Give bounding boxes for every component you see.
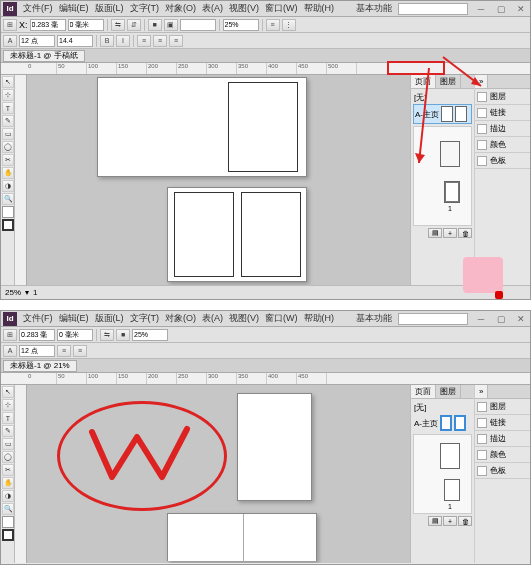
close-icon[interactable]: ✕ <box>514 313 528 325</box>
menu-object[interactable]: 对象(O) <box>165 2 196 15</box>
menu-edit[interactable]: 编辑(E) <box>59 312 89 325</box>
flip-v-icon[interactable]: ⇵ <box>127 19 141 31</box>
master-none-row[interactable]: [无] <box>413 91 472 104</box>
leading[interactable] <box>57 35 93 47</box>
x-input[interactable] <box>19 329 55 341</box>
menu-table[interactable]: 表(A) <box>202 2 223 15</box>
menu-layout[interactable]: 版面(L) <box>95 2 124 15</box>
layers-tab[interactable]: 图层 <box>436 75 461 88</box>
workspace-label[interactable]: 基本功能 <box>356 312 392 325</box>
links-collapsed[interactable]: 链接 <box>475 105 530 121</box>
menu-edit[interactable]: 编辑(E) <box>59 2 89 15</box>
page-thumb-1[interactable] <box>444 181 460 203</box>
text-frame[interactable] <box>241 192 301 277</box>
y-input[interactable] <box>57 329 93 341</box>
type-tool[interactable]: T <box>2 102 14 114</box>
menu-window[interactable]: 窗口(W) <box>265 2 298 15</box>
text-frame[interactable] <box>228 82 298 172</box>
zoom-tool[interactable]: 🔍 <box>2 503 14 515</box>
rectangle-tool[interactable]: ▭ <box>2 438 14 450</box>
flip-h-icon[interactable]: ⇋ <box>111 19 125 31</box>
menu-type[interactable]: 文字(T) <box>130 2 160 15</box>
italic-icon[interactable]: I <box>116 35 130 47</box>
menu-file[interactable]: 文件(F) <box>23 2 53 15</box>
menu-window[interactable]: 窗口(W) <box>265 312 298 325</box>
align-right-icon[interactable]: ≡ <box>169 35 183 47</box>
maximize-icon[interactable]: ▢ <box>494 313 508 325</box>
font-size[interactable] <box>19 35 55 47</box>
search-input[interactable] <box>398 313 468 325</box>
color-collapsed[interactable]: 颜色 <box>475 137 530 153</box>
direct-select-tool[interactable]: ⊹ <box>2 399 14 411</box>
workspace-label[interactable]: 基本功能 <box>356 2 392 15</box>
swatches-collapsed[interactable]: 色板 <box>475 153 530 169</box>
menu-help[interactable]: 帮助(H) <box>304 312 335 325</box>
zoom-tool[interactable]: 🔍 <box>2 193 14 205</box>
master-thumb-l[interactable] <box>441 106 453 122</box>
new-page-icon[interactable]: + <box>443 228 457 238</box>
scissors-tool[interactable]: ✂ <box>2 154 14 166</box>
direct-select-tool[interactable]: ⊹ <box>2 89 14 101</box>
swatches-collapsed[interactable]: 色板 <box>475 463 530 479</box>
menu-help[interactable]: 帮助(H) <box>304 2 335 15</box>
canvas[interactable] <box>27 385 410 563</box>
zoom-input[interactable] <box>223 19 259 31</box>
layers-collapsed[interactable]: 图层 <box>475 89 530 105</box>
delete-page-button[interactable]: 🗑 <box>458 516 472 526</box>
delete-page-button[interactable]: 🗑 <box>458 228 472 238</box>
menu-view[interactable]: 视图(V) <box>229 312 259 325</box>
layers-collapsed[interactable]: 图层 <box>475 399 530 415</box>
fill-swatch[interactable] <box>2 516 14 528</box>
char-icon[interactable]: A <box>3 35 17 47</box>
y-input[interactable] <box>68 19 104 31</box>
close-icon[interactable]: ✕ <box>514 3 528 15</box>
menu-table[interactable]: 表(A) <box>202 312 223 325</box>
pages-tab[interactable]: 页面 <box>411 385 436 398</box>
ellipse-tool[interactable]: ◯ <box>2 451 14 463</box>
maximize-icon[interactable]: ▢ <box>494 3 508 15</box>
new-page-icon[interactable]: + <box>443 516 457 526</box>
links-collapsed[interactable]: 链接 <box>475 415 530 431</box>
x-input[interactable] <box>30 19 66 31</box>
font-size[interactable] <box>19 345 55 357</box>
new-page-button[interactable]: ▤ <box>428 516 442 526</box>
align-left-icon[interactable]: ≡ <box>137 35 151 47</box>
distribute-icon[interactable]: ⋮ <box>282 19 296 31</box>
stroke-swatch[interactable] <box>2 219 14 231</box>
anchor-icon[interactable]: ⊞ <box>3 329 17 341</box>
collapsed-tab[interactable]: » <box>475 385 488 398</box>
menu-object[interactable]: 对象(O) <box>165 312 196 325</box>
fill-icon[interactable]: ■ <box>148 19 162 31</box>
layers-tab[interactable]: 图层 <box>436 385 461 398</box>
menu-layout[interactable]: 版面(L) <box>95 312 124 325</box>
page-thumb-1[interactable] <box>444 479 460 501</box>
flip-h-icon[interactable]: ⇋ <box>100 329 114 341</box>
master-thumb-r[interactable] <box>454 415 466 431</box>
ellipse-tool[interactable]: ◯ <box>2 141 14 153</box>
master-thumb-l[interactable] <box>440 415 452 431</box>
selection-tool[interactable]: ↖ <box>2 76 14 88</box>
gradient-tool[interactable]: ◑ <box>2 180 14 192</box>
stroke-collapsed[interactable]: 描边 <box>475 431 530 447</box>
search-input[interactable] <box>398 3 468 15</box>
pen-tool[interactable]: ✎ <box>2 425 14 437</box>
text-frame[interactable] <box>174 192 234 277</box>
type-tool[interactable]: T <box>2 412 14 424</box>
canvas[interactable] <box>27 75 410 285</box>
new-page-button[interactable]: ▤ <box>428 228 442 238</box>
fill-swatch[interactable] <box>2 206 14 218</box>
fill-icon[interactable]: ■ <box>116 329 130 341</box>
menu-view[interactable]: 视图(V) <box>229 2 259 15</box>
align-icon[interactable]: ≡ <box>266 19 280 31</box>
stroke-swatch[interactable] <box>2 529 14 541</box>
document-tab[interactable]: 未标题-1 @ 手稿纸 <box>3 50 85 62</box>
gradient-tool[interactable]: ◑ <box>2 490 14 502</box>
master-a-row[interactable]: A-主页 <box>413 104 472 124</box>
scissors-tool[interactable]: ✂ <box>2 464 14 476</box>
collapsed-tab[interactable]: » <box>475 75 488 88</box>
hand-tool[interactable]: ✋ <box>2 167 14 179</box>
status-page[interactable]: 1 <box>33 288 37 297</box>
page-thumb-master[interactable] <box>440 443 460 469</box>
selection-tool[interactable]: ↖ <box>2 386 14 398</box>
pages-tab[interactable]: 页面 <box>411 75 436 88</box>
